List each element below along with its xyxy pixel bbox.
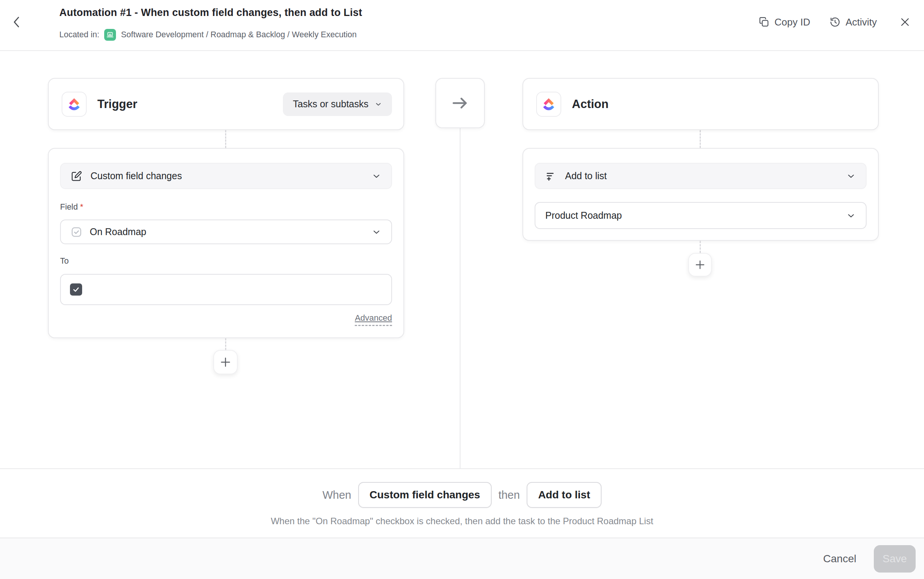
checkbox-field-icon — [71, 226, 82, 238]
column-divider — [460, 128, 460, 469]
clickup-logo — [536, 92, 561, 117]
to-value-input[interactable] — [60, 274, 392, 305]
check-icon — [72, 286, 80, 293]
advanced-link[interactable]: Advanced — [355, 313, 392, 326]
trigger-connector-line — [225, 130, 226, 148]
header-bar: Automation #1 - When custom field change… — [0, 0, 924, 51]
chevron-left-icon — [12, 16, 22, 29]
trigger-config-card: Custom field changes Field* On Roadmap T… — [48, 148, 404, 338]
action-plus-connector-line — [700, 241, 701, 253]
location-path: Software Development / Roadmap & Backlog… — [121, 30, 357, 39]
checked-checkbox-icon[interactable] — [70, 283, 82, 296]
copy-id-button[interactable]: Copy ID — [758, 16, 810, 28]
trigger-summary-chip[interactable]: Custom field changes — [358, 482, 491, 508]
action-type-value: Add to list — [565, 170, 607, 182]
copy-id-label: Copy ID — [775, 16, 810, 28]
chevron-down-icon — [846, 171, 856, 181]
action-card: Action — [522, 78, 879, 130]
add-trigger-condition-button[interactable] — [213, 350, 238, 375]
add-to-list-icon — [545, 170, 557, 182]
clickup-logo-icon — [66, 96, 82, 112]
plus-icon — [219, 356, 232, 368]
list-dropdown[interactable]: Product Roadmap — [535, 202, 867, 229]
add-action-button[interactable] — [688, 253, 712, 276]
space-icon — [104, 29, 116, 41]
action-type-dropdown[interactable]: Add to list — [535, 163, 867, 189]
trigger-card: Trigger Tasks or subtasks — [48, 78, 404, 130]
when-label: When — [322, 489, 351, 501]
located-in-label: Located in: — [59, 30, 99, 39]
trigger-type-dropdown[interactable]: Custom field changes — [60, 163, 392, 189]
action-connector-line — [700, 130, 701, 148]
arrow-right-icon — [450, 93, 470, 113]
activity-label: Activity — [846, 16, 877, 28]
edit-icon — [71, 170, 82, 182]
action-summary-chip[interactable]: Add to list — [527, 482, 602, 508]
trigger-type-value: Custom field changes — [90, 170, 182, 182]
chevron-down-icon — [372, 171, 381, 181]
trigger-plus-connector-line — [225, 338, 226, 350]
field-value: On Roadmap — [90, 226, 146, 237]
arrow-connector-card — [435, 78, 485, 128]
summary-divider — [0, 468, 924, 469]
action-section-title: Action — [572, 97, 608, 111]
list-value: Product Roadmap — [545, 210, 622, 221]
close-button[interactable] — [896, 13, 914, 31]
then-label: then — [498, 489, 520, 501]
activity-button[interactable]: Activity — [829, 16, 877, 28]
clickup-logo-icon — [541, 96, 557, 112]
to-label: To — [60, 257, 69, 266]
summary-description: When the "On Roadmap" checkbox is checke… — [0, 516, 924, 527]
required-asterisk: * — [80, 203, 83, 211]
chevron-down-icon — [372, 227, 381, 237]
field-dropdown[interactable]: On Roadmap — [60, 219, 392, 244]
laptop-icon — [106, 31, 114, 39]
chevron-down-icon — [846, 211, 856, 221]
history-icon — [829, 16, 841, 28]
cancel-button[interactable]: Cancel — [823, 553, 856, 565]
header-actions: Copy ID Activity — [758, 11, 914, 33]
clickup-logo — [62, 92, 87, 117]
save-button[interactable]: Save — [874, 545, 916, 572]
close-icon — [899, 16, 911, 28]
plus-icon — [694, 259, 706, 270]
trigger-scope-value: Tasks or subtasks — [293, 98, 369, 110]
action-config-card: Add to list Product Roadmap — [522, 148, 879, 241]
back-button[interactable] — [8, 13, 26, 31]
footer-bar: Cancel Save — [0, 538, 924, 579]
trigger-scope-dropdown[interactable]: Tasks or subtasks — [283, 92, 392, 116]
copy-icon — [758, 16, 770, 28]
field-label: Field* — [60, 203, 83, 212]
breadcrumb: Located in: Software Development / Roadm… — [59, 29, 357, 41]
field-label-text: Field — [60, 203, 78, 211]
automation-summary-row: When Custom field changes then Add to li… — [0, 482, 924, 508]
page-title: Automation #1 - When custom field change… — [59, 7, 362, 19]
trigger-section-title: Trigger — [97, 97, 137, 111]
chevron-down-icon — [375, 100, 382, 108]
